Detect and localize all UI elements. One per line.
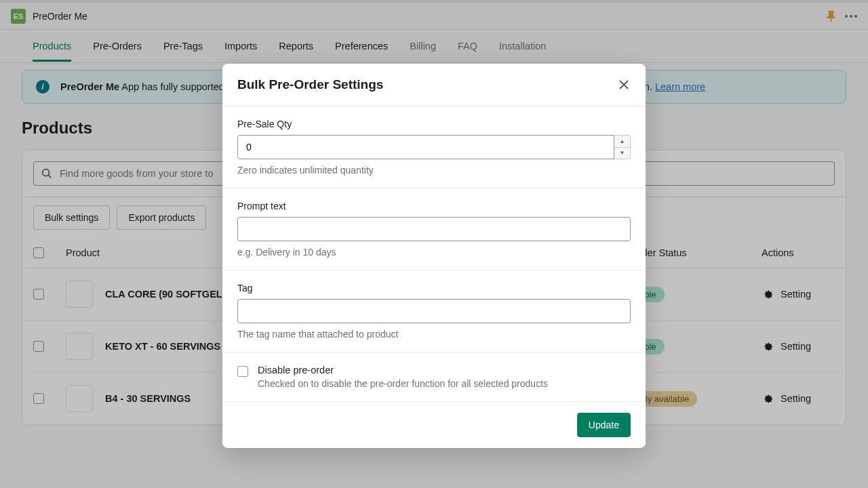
- close-icon[interactable]: [617, 78, 631, 92]
- quantity-stepper: ▲ ▼: [614, 135, 631, 159]
- disable-checkbox[interactable]: [237, 366, 248, 377]
- tag-input[interactable]: [237, 299, 631, 323]
- prompt-input[interactable]: [237, 217, 631, 241]
- qty-label: Pre-Sale Qty: [237, 119, 631, 129]
- step-down-button[interactable]: ▼: [614, 148, 630, 159]
- step-up-button[interactable]: ▲: [614, 136, 630, 148]
- disable-label: Disable pre-order: [258, 365, 548, 375]
- update-button[interactable]: Update: [577, 413, 631, 437]
- qty-input[interactable]: [237, 135, 614, 159]
- bulk-settings-modal: Bulk Pre-Order Settings Pre-Sale Qty ▲ ▼…: [222, 64, 646, 448]
- modal-title: Bulk Pre-Order Settings: [237, 77, 383, 92]
- disable-help: Checked on to disable the pre-order func…: [258, 378, 548, 389]
- prompt-label: Prompt text: [237, 201, 631, 211]
- tag-label: Tag: [237, 283, 631, 293]
- modal-overlay[interactable]: Bulk Pre-Order Settings Pre-Sale Qty ▲ ▼…: [0, 0, 868, 488]
- qty-help: Zero indicates unlimited quantity: [237, 165, 631, 176]
- prompt-help: e.g. Delivery in 10 days: [237, 247, 631, 258]
- tag-help: The tag name that attached to product: [237, 329, 631, 340]
